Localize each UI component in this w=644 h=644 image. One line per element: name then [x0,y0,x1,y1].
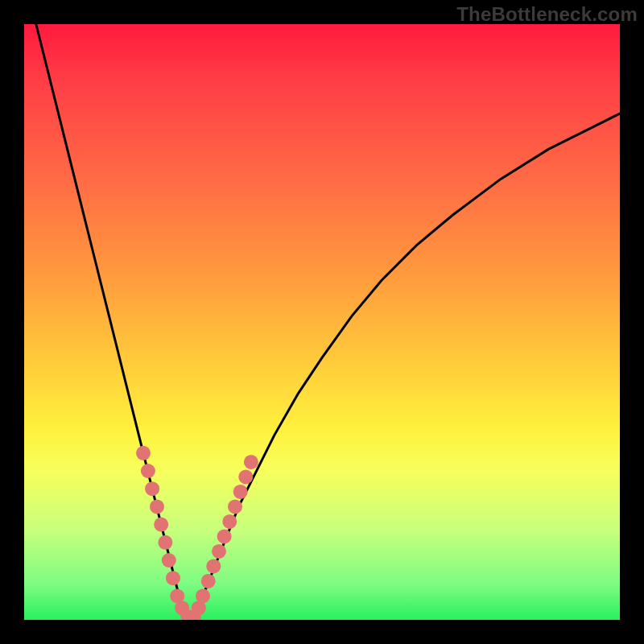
watermark-text: TheBottleneck.com [456,3,638,26]
chart-svg [24,24,620,620]
data-marker [141,464,155,478]
marker-group [136,446,258,620]
data-marker [244,455,258,469]
data-marker [162,553,176,568]
data-marker [201,574,216,588]
data-marker [206,559,221,573]
data-marker [228,499,242,514]
data-marker [166,571,180,585]
outer-frame: TheBottleneck.com [0,0,644,644]
curve-right-branch [191,114,620,620]
data-marker [212,544,226,559]
data-marker [158,535,172,550]
data-marker [150,499,164,514]
data-marker [217,529,232,543]
data-marker [154,518,168,532]
data-marker [145,481,159,496]
data-marker [196,588,210,603]
plot-area [24,24,620,620]
data-marker [136,446,151,460]
data-marker [233,485,248,499]
data-marker [222,514,237,529]
curve-left-branch [36,24,191,620]
data-marker [238,469,253,484]
